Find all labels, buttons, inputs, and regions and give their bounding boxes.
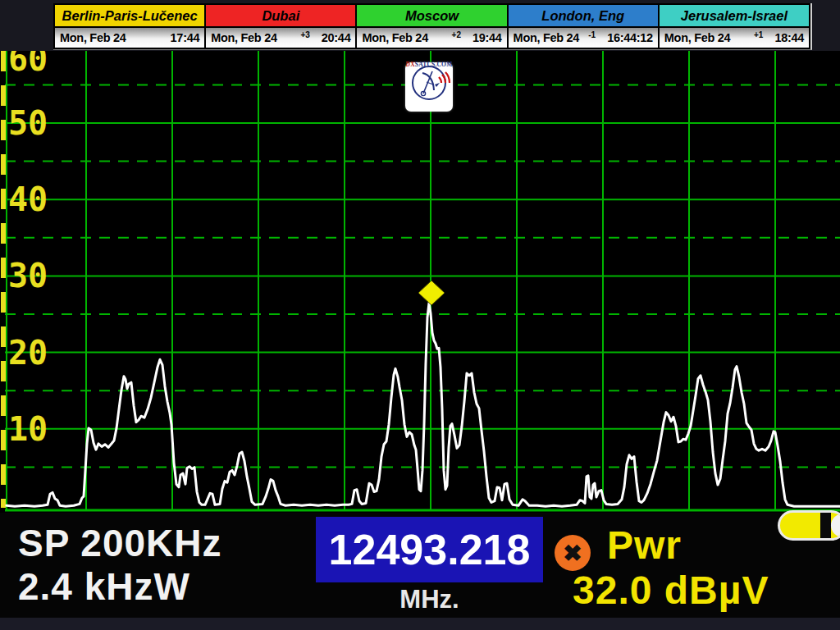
clock-time-row: Mon, Feb 24 +1 18:44 [660,28,809,48]
x-circle-icon[interactable]: ✖ [555,535,591,571]
readout-bar: SP 200KHz 2.4 kHzW 12493.218 MHz. ✖ Pwr … [0,513,840,618]
clock-tz-offset: +2 [452,28,461,39]
dxsatcs-watermark-logo: DXSATCS.COM [405,62,453,112]
power-value: 32.0 dBµV [573,571,769,610]
clock-cell: London, Eng Mon, Feb 24 -1 16:44:12 [509,5,658,48]
clock-cell: Berlin-Paris-Lučenec Mon, Feb 24 17:44 [55,5,204,48]
toggle-gap [820,513,831,538]
clock-time-row: Mon, Feb 24 +2 19:44 [357,28,506,48]
bandwidth-setting-label: 2.4 kHzW [18,568,190,605]
clock-tz-offset: +1 [754,28,763,39]
span-setting-label: SP 200KHz [18,524,222,562]
peak-marker-diamond-icon[interactable] [418,281,445,305]
spectrum-plot: 102030405060 DXSATCS.COM [0,51,840,513]
clock-city-label: Jerusalem-Israel [660,5,809,28]
clock-date: Mon, Feb 24 [514,31,589,44]
y-axis-tick-label: 20 [8,334,48,372]
spectrum-svg: 102030405060 [0,51,840,513]
clock-time-row: Mon, Feb 24 +3 20:44 [206,28,355,48]
clock-time: 19:44 [472,31,502,44]
frequency-value: 12493.218 [329,525,531,574]
clock-city-label: Moscow [357,5,506,28]
clock-time-row: Mon, Feb 24 -1 16:44:12 [509,28,658,48]
clock-city-label: London, Eng [509,5,658,28]
clock-cell: Dubai Mon, Feb 24 +3 20:44 [206,5,355,48]
y-axis-tick-label: 50 [8,104,48,142]
power-label: Pwr [607,526,682,565]
spectrum-trace [7,303,840,506]
clock-time: 20:44 [322,31,351,44]
clock-tz-offset: +3 [300,28,309,39]
world-clock-bar: Berlin-Paris-Lučenec Mon, Feb 24 17:44 D… [53,3,812,50]
y-axis-tick-label: 30 [8,257,48,294]
clock-time-row: Mon, Feb 24 17:44 [55,28,204,48]
y-axis-tick-label: 10 [8,410,48,448]
clock-cell: Moscow Mon, Feb 24 +2 19:44 [357,5,506,48]
clock-city-label: Berlin-Paris-Lučenec [55,5,204,28]
frequency-unit-label: MHz. [316,585,543,614]
clock-time: 16:44:12 [607,31,653,44]
clock-date: Mon, Feb 24 [60,31,159,44]
clock-date: Mon, Feb 24 [362,31,451,44]
clock-date: Mon, Feb 24 [211,31,300,44]
clock-time: 17:44 [171,31,200,44]
toggle-knob-icon[interactable] [831,514,840,537]
bottom-edge-strip [0,618,840,630]
clock-tz-offset: -1 [588,28,596,39]
satellite-dish-icon [405,62,453,103]
y-axis-tick-label: 60 [8,51,48,78]
clock-time: 18:44 [774,31,804,44]
clock-city-label: Dubai [206,5,355,28]
y-axis-tick-label: 40 [8,180,48,218]
frequency-readout-box: 12493.218 [316,517,543,582]
power-toggle[interactable] [778,510,840,541]
clock-cell: Jerusalem-Israel Mon, Feb 24 +1 18:44 [660,5,809,48]
clock-date: Mon, Feb 24 [664,31,754,44]
